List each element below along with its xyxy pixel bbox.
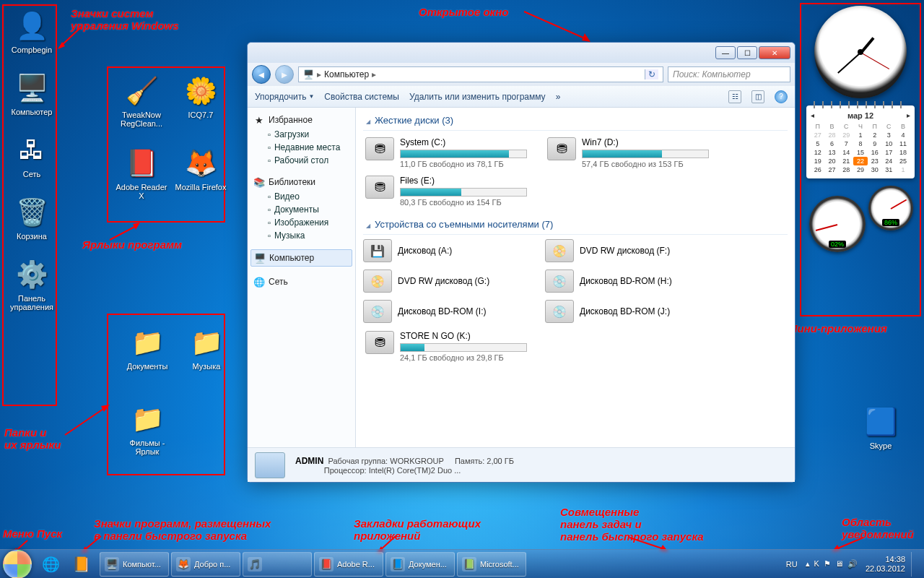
taskbar-task[interactable]: 🎵 [243, 552, 312, 577]
show-desktop-button[interactable] [911, 552, 917, 577]
nav-item[interactable]: ▫Музыка [250, 229, 352, 242]
drive-icon: 💿 [545, 300, 574, 323]
desktop-icon-Корзина[interactable]: 🗑️Корзина [4, 195, 59, 241]
nav-item[interactable]: ▫Рабочий стол [250, 154, 352, 167]
nav-item[interactable]: ▫Документы [250, 203, 352, 216]
tray-icon[interactable]: 🔊 [847, 559, 858, 568]
view-options-icon[interactable]: ☷ [728, 90, 741, 103]
nav-item[interactable]: ▫Загрузки [250, 128, 352, 141]
desktop-icon-Mozilla Firefox[interactable]: 🦊Mozilla Firefox [173, 146, 228, 191]
drive-icon: 💾 [363, 239, 392, 262]
desktop-icon-Compbegin[interactable]: 👤Compbegin [4, 9, 59, 54]
device-item[interactable]: 💿Дисковод BD-ROM (I:) [363, 300, 529, 323]
close-button[interactable]: ✕ [759, 46, 790, 59]
computer-icon: 🖥️ [254, 252, 266, 264]
nav-back-button[interactable]: ◄ [252, 65, 271, 84]
taskbar: 🌐📙 🖥️Компьют...🦊Добро п...🎵📕Adobe R...📘Д… [0, 549, 924, 578]
drive-item[interactable]: ⛃System (C:)11,0 ГБ свободно из 78,1 ГБ [363, 135, 529, 171]
computer-large-icon [255, 452, 285, 478]
taskbar-task[interactable]: 📕Adobe R... [314, 552, 383, 577]
nav-libraries[interactable]: 📚Библиотеки [250, 174, 352, 190]
breadcrumb[interactable]: Компьютер [324, 69, 369, 79]
explorer-nav-pane: ★Избранное ▫Загрузки▫Недавние места▫Рабо… [248, 108, 356, 447]
anno-folders: Папки и их ярлыки [4, 426, 61, 451]
toolbar-more[interactable]: » [556, 92, 561, 102]
device-item[interactable]: 💾Дисковод (A:) [363, 239, 529, 262]
computer-icon: 🖥️ [303, 69, 314, 79]
device-item[interactable]: 💿Дисковод BD-ROM (J:) [545, 300, 711, 323]
drive-icon: 📀 [545, 239, 574, 262]
anno-tabs: Закладки работающих приложений [354, 517, 481, 542]
anno-shortcuts: Ярлыки программ [82, 238, 182, 251]
clock-gadget[interactable] [814, 6, 907, 98]
device-item[interactable]: 💿Дисковод BD-ROM (H:) [545, 269, 711, 293]
system-properties-button[interactable]: Свойства системы [324, 92, 399, 102]
skype-icon: 🟦 [863, 405, 898, 439]
drive-item[interactable]: ⛃Files (E:)80,3 ГБ свободно из 154 ГБ [363, 173, 529, 209]
start-button[interactable] [3, 550, 32, 579]
status-user: ADMIN [295, 456, 323, 466]
desktop-icon-Панель управления[interactable]: ⚙️Панель управления [4, 257, 59, 311]
drive-icon: 📀 [363, 269, 392, 293]
refresh-icon[interactable]: ↻ [645, 69, 658, 79]
desktop-icon-Компьютер[interactable]: 🖥️Компьютер [4, 71, 59, 116]
device-item[interactable]: 📀DVD RW дисковод (G:) [363, 269, 529, 293]
taskbar-task[interactable]: 🦊Добро п... [171, 552, 240, 577]
nav-item[interactable]: ▫Изображения [250, 216, 352, 229]
tray-icon[interactable]: ⚑ [824, 559, 831, 568]
quicklaunch-item[interactable]: 📙 [66, 552, 95, 577]
desktop-icon-skype[interactable]: 🟦 Skype [853, 405, 908, 450]
desktop-icon-Сеть[interactable]: 🖧Сеть [4, 133, 59, 178]
nav-network[interactable]: 🌐Сеть [250, 274, 352, 290]
cpu-meter-gadget[interactable]: 02% 86% [806, 186, 915, 251]
uninstall-button[interactable]: Удалить или изменить программу [409, 92, 546, 102]
taskbar-task[interactable]: 📗Microsoft... [457, 552, 526, 577]
tray-time[interactable]: 14:38 [866, 555, 905, 564]
desktop-folder-Музыка[interactable]: 📁Музыка [179, 325, 234, 371]
desktop-folder-Фильмы - Ярлык[interactable]: 📁Фильмы - Ярлык [120, 402, 175, 456]
drive-item[interactable]: ⛃Win7 (D:)57,4 ГБ свободно из 153 ГБ [545, 135, 711, 171]
cal-next[interactable]: ▸ [907, 111, 910, 119]
star-icon: ★ [253, 114, 265, 126]
search-input[interactable]: Поиск: Компьютер [668, 66, 790, 82]
taskbar-task[interactable]: 📘Докумен... [385, 552, 455, 577]
drive-item[interactable]: ⛃STORE N GO (K:)24,1 ГБ свободно из 29,8… [363, 329, 529, 364]
calendar-gadget[interactable]: ◂мар 12▸ ПВСЧПСВ272829123456789101112131… [806, 105, 915, 178]
tray-icon[interactable]: K [814, 559, 819, 568]
taskbar-task[interactable]: 🖥️Компьют... [100, 552, 169, 577]
minimize-button[interactable]: — [715, 46, 736, 59]
desktop-folder-Документы[interactable]: 📁Документы [120, 325, 175, 371]
category-removable[interactable]: Устройства со съемными носителями (7) [363, 215, 788, 235]
explorer-status-bar: ADMIN Рабочая группа: WORKGROUP Память: … [248, 447, 795, 482]
nav-computer[interactable]: 🖥️Компьютер [250, 249, 352, 267]
anno-start: Меню Пуск [3, 527, 62, 540]
desktop-icon-Adobe Reader X[interactable]: 📕Adobe Reader X [114, 146, 169, 200]
explorer-toolbar: Упорядочить ▼ Свойства системы Удалить и… [248, 86, 795, 108]
tray-icon[interactable]: ▴ [806, 559, 810, 568]
explorer-content: Жесткие диски (3) ⛃System (C:)11,0 ГБ св… [356, 108, 795, 447]
nav-item[interactable]: ▫Видео [250, 190, 352, 203]
desktop-icon-ICQ7.7[interactable]: 🌼ICQ7.7 [173, 74, 228, 119]
preview-pane-icon[interactable]: ◫ [751, 90, 764, 103]
device-item[interactable]: 📀DVD RW дисковод (F:) [545, 239, 711, 262]
nav-favorites[interactable]: ★Избранное [250, 112, 352, 128]
desktop-icon-TweakNow RegClean...[interactable]: 🧹TweakNow RegClean... [114, 74, 169, 128]
address-bar[interactable]: 🖥️ ▸ Компьютер ▸ ↻ [298, 66, 663, 82]
nav-forward-button[interactable]: ► [275, 65, 294, 84]
svg-marker-3 [582, 33, 590, 42]
tray-date[interactable]: 22.03.2012 [866, 564, 905, 574]
window-titlebar[interactable]: — ☐ ✕ [248, 43, 795, 63]
maximize-button[interactable]: ☐ [737, 46, 757, 59]
quicklaunch-item[interactable]: 🌐 [36, 552, 65, 577]
hdd-icon: ⛃ [365, 176, 394, 199]
organize-menu[interactable]: Упорядочить ▼ [255, 92, 314, 102]
help-icon[interactable]: ? [775, 90, 788, 103]
anno-quick: Значки программ, размещенных в панели бы… [94, 517, 271, 542]
hdd-icon: ⛃ [547, 137, 576, 160]
tray-icon[interactable]: 🖥 [835, 559, 843, 568]
cal-prev[interactable]: ◂ [811, 111, 814, 119]
anno-notify: Область уведомлений [842, 516, 914, 540]
lang-indicator[interactable]: RU [786, 560, 798, 569]
category-hdd[interactable]: Жесткие диски (3) [363, 111, 788, 131]
nav-item[interactable]: ▫Недавние места [250, 141, 352, 154]
